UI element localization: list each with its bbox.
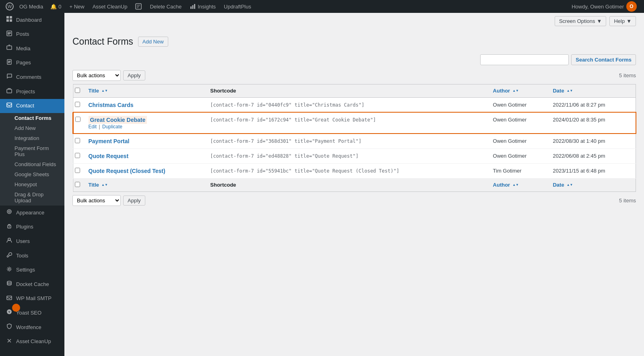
row-author-cell-2: Owen Gotimer xyxy=(489,134,549,148)
duplicate-link-1[interactable]: Duplicate xyxy=(102,124,122,130)
select-all-footer xyxy=(73,178,85,191)
date-value-1: 2024/01/20 at 8:35 pm xyxy=(553,117,605,123)
sidebar-item-yoast-seo[interactable]: Y Yoast SEO xyxy=(0,306,64,320)
sidebar-item-wp-mail-smtp[interactable]: WP Mail SMTP xyxy=(0,292,64,306)
submenu-google-sheets[interactable]: Google Sheets xyxy=(0,169,64,179)
table-body: Christmas Cards Edit | Duplicate [contac… xyxy=(73,97,636,178)
adminbar-items: 🔔 0 + New Asset CleanUp Delete Cache Ins… xyxy=(46,0,568,13)
projects-icon xyxy=(6,88,13,96)
sidebar-item-wordfence[interactable]: Wordfence xyxy=(0,320,64,335)
main-content: Screen Options ▼ Help ▼ Contact Forms Ad… xyxy=(64,13,644,356)
select-all-checkbox[interactable] xyxy=(75,88,80,93)
row-select-checkbox-4[interactable] xyxy=(75,168,80,173)
adminbar-cf7[interactable] xyxy=(131,0,146,13)
row-select-checkbox-3[interactable] xyxy=(75,153,80,158)
row-author-cell-3: Owen Gotimer xyxy=(489,148,549,163)
tools-icon xyxy=(6,252,13,260)
sidebar-item-posts[interactable]: Posts xyxy=(0,27,64,42)
sidebar-item-pages[interactable]: Pages xyxy=(0,56,64,70)
svg-rect-8 xyxy=(6,19,9,22)
table-row: Great Cookie Debate Edit | Duplicate [co… xyxy=(73,112,636,134)
form-title-link-1[interactable]: Great Cookie Debate xyxy=(89,116,147,124)
adminbar-delete-cache[interactable]: Delete Cache xyxy=(146,0,186,13)
sidebar-item-contact[interactable]: Contact xyxy=(0,99,64,113)
form-title-link-3[interactable]: Quote Request xyxy=(89,153,129,159)
svg-text:W: W xyxy=(8,4,12,9)
sidebar-item-tools[interactable]: Tools xyxy=(0,249,64,263)
site-name[interactable]: OG Media xyxy=(16,4,46,10)
title-column-footer[interactable]: Title ▲▼ xyxy=(85,178,206,191)
table-row: Quote Request (Closed Test) Edit | Dupli… xyxy=(73,163,636,178)
adminbar-insights[interactable]: Insights xyxy=(186,0,220,13)
row-checkbox-4 xyxy=(73,163,85,178)
sidebar-item-appearance[interactable]: Appearance xyxy=(0,206,64,220)
add-new-button[interactable]: Add New xyxy=(138,37,168,47)
sidebar-item-asset-cleanup[interactable]: Asset CleanUp xyxy=(0,335,64,349)
submenu-contact-forms[interactable]: Contact Forms xyxy=(0,113,64,123)
submenu-add-new[interactable]: Add New xyxy=(0,123,64,133)
shortcode-column-header: Shortcode xyxy=(206,84,489,97)
date-column-footer[interactable]: Date ▲▼ xyxy=(549,178,636,191)
sidebar-item-projects[interactable]: Projects xyxy=(0,84,64,99)
submenu-integration[interactable]: Integration xyxy=(0,133,64,143)
bulk-actions-select-bottom[interactable]: Bulk actions xyxy=(72,195,121,206)
date-value-0: 2022/11/06 at 8:27 pm xyxy=(553,102,605,108)
row-select-checkbox-1[interactable] xyxy=(75,117,80,122)
sidebar-item-users[interactable]: Users xyxy=(0,234,64,249)
edit-link-1[interactable]: Edit xyxy=(89,124,97,130)
screen-options-button[interactable]: Screen Options ▼ xyxy=(555,16,606,26)
row-checkbox-3 xyxy=(73,148,85,163)
shortcode-column-footer: Shortcode xyxy=(206,178,489,191)
help-button[interactable]: Help ▼ xyxy=(609,16,636,26)
contact-icon xyxy=(6,102,13,110)
apply-button-top[interactable]: Apply xyxy=(123,70,145,80)
items-count-bottom: 5 items xyxy=(619,198,636,204)
svg-point-26 xyxy=(8,268,10,270)
date-value-2: 2022/08/30 at 1:40 pm xyxy=(553,138,605,144)
search-input[interactable] xyxy=(480,54,569,65)
sidebar-item-media[interactable]: Media xyxy=(0,41,64,56)
bulk-actions-area-bottom: Bulk actions Apply xyxy=(72,195,145,206)
sidebar-item-comments[interactable]: Comments xyxy=(0,70,64,84)
row-select-checkbox-2[interactable] xyxy=(75,138,80,143)
submenu-drag-drop-upload[interactable]: Drag & Drop Upload xyxy=(0,189,64,206)
title-column-header[interactable]: Title ▲▼ xyxy=(85,84,206,97)
submenu-payment-form-plus[interactable]: Payment Form Plus xyxy=(0,143,64,159)
author-sort-arrows: ▲▼ xyxy=(512,89,519,93)
table-head-row: Title ▲▼ Shortcode Author ▲▼ xyxy=(73,84,636,97)
row-date-cell-1: 2024/01/20 at 8:35 pm xyxy=(549,112,636,134)
notification-dot xyxy=(12,304,20,312)
submenu-honeypot[interactable]: Honeypot xyxy=(0,179,64,189)
wp-logo[interactable]: W xyxy=(3,0,16,13)
row-title-cell-1: Great Cookie Debate Edit | Duplicate xyxy=(85,112,206,134)
apply-button-bottom[interactable]: Apply xyxy=(123,195,145,206)
adminbar-user[interactable]: Howdy, Owen Gotimer O xyxy=(568,1,641,12)
submenu-conditional-fields[interactable]: Conditional Fields xyxy=(0,159,64,169)
adminbar-notifications[interactable]: 🔔 0 xyxy=(46,0,65,13)
sidebar-item-dashboard[interactable]: Dashboard xyxy=(0,13,64,27)
adminbar-new[interactable]: + New xyxy=(65,0,88,13)
form-title-link-2[interactable]: Payment Portal xyxy=(89,138,130,144)
form-title-link-0[interactable]: Christmas Cards xyxy=(89,102,134,108)
sidebar-item-settings[interactable]: Settings xyxy=(0,263,64,278)
form-title-link-4[interactable]: Quote Request (Closed Test) xyxy=(89,168,165,174)
row-select-checkbox-0[interactable] xyxy=(75,102,80,107)
select-all-checkbox-footer[interactable] xyxy=(75,182,80,187)
author-column-footer[interactable]: Author ▲▼ xyxy=(489,178,549,191)
comments-icon xyxy=(6,73,13,81)
sidebar-item-plugins[interactable]: Plugins xyxy=(0,220,64,235)
title-sort-arrows: ▲▼ xyxy=(101,89,108,93)
row-title-cell-2: Payment Portal Edit | Duplicate xyxy=(85,134,206,148)
sidebar-item-docket-cache[interactable]: Docket Cache xyxy=(0,277,64,292)
bulk-actions-select-top[interactable]: Bulk actions xyxy=(72,70,121,81)
table-row: Quote Request Edit | Duplicate [contact-… xyxy=(73,148,636,163)
adminbar-updraftplus[interactable]: UpdraftPlus xyxy=(220,0,255,13)
date-column-header[interactable]: Date ▲▼ xyxy=(549,84,636,97)
row-date-cell-4: 2023/11/15 at 6:48 pm xyxy=(549,163,636,178)
row-title-cell-4: Quote Request (Closed Test) Edit | Dupli… xyxy=(85,163,206,178)
row-date-cell-2: 2022/08/30 at 1:40 pm xyxy=(549,134,636,148)
adminbar-asset-cleanup[interactable]: Asset CleanUp xyxy=(89,0,132,13)
search-button[interactable]: Search Contact Forms xyxy=(571,54,636,65)
author-value-2: Owen Gotimer xyxy=(493,138,527,144)
author-column-header[interactable]: Author ▲▼ xyxy=(489,84,549,97)
